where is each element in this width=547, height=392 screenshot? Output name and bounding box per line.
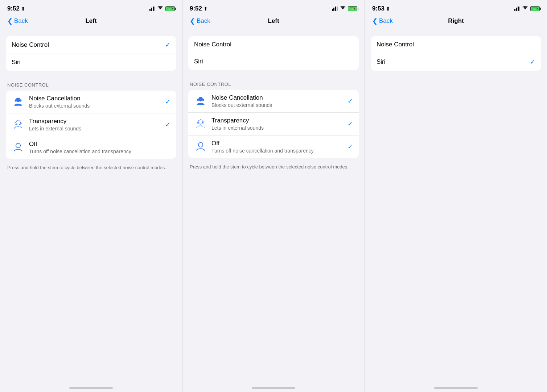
- transparency-icon: [12, 118, 25, 131]
- signal-bars-icon: [149, 7, 156, 11]
- noise-option-title: Transparency: [211, 117, 347, 124]
- battery-icon: ⚡: [348, 6, 357, 11]
- noise-control-group: Noise CancellationBlocks out external so…: [6, 91, 176, 159]
- status-bar: 9:52⬆ ⚡: [0, 0, 182, 14]
- wifi-icon: [340, 5, 346, 12]
- noise-option-text: OffTurns off noise cancellation and tran…: [211, 140, 347, 154]
- noise-option-transparency[interactable]: TransparencyLets in external sounds✓: [6, 113, 176, 136]
- back-label: Back: [379, 17, 393, 25]
- svg-rect-21: [537, 8, 538, 9]
- svg-point-4: [15, 99, 16, 101]
- noise-option-text: Noise CancellationBlocks out external so…: [29, 95, 165, 109]
- noise-option-text: Noise CancellationBlocks out external so…: [211, 94, 347, 108]
- wifi-icon: [522, 5, 528, 12]
- back-label: Back: [14, 17, 28, 25]
- svg-text:⚡: ⚡: [169, 8, 171, 11]
- assign-option-1[interactable]: Siri✓: [371, 53, 541, 71]
- chevron-left-icon: ❮: [190, 17, 195, 25]
- location-icon: ⬆: [203, 6, 207, 12]
- signal-bars-icon: [332, 7, 338, 11]
- battery-icon: ⚡: [530, 6, 540, 11]
- status-icons: ⚡: [332, 5, 358, 12]
- phone-screen-screen2: 9:52⬆ ⚡ ❮BackLeftNoise ControlSiriNOISE …: [182, 0, 365, 392]
- noise-checkmark-icon: ✓: [347, 120, 353, 128]
- location-icon: ⬆: [386, 6, 390, 12]
- noise-checkmark-icon: ✓: [347, 97, 353, 105]
- noise-option-off[interactable]: OffTurns off noise cancellation and tran…: [6, 136, 176, 159]
- assign-option-1[interactable]: Siri: [188, 53, 359, 70]
- status-time: 9:52⬆: [7, 5, 25, 12]
- noise-option-title: Noise Cancellation: [211, 94, 347, 101]
- home-indicator: [0, 380, 182, 392]
- svg-point-5: [20, 99, 21, 101]
- content-area: Noise ControlSiri✓: [365, 29, 547, 380]
- assign-option-label: Siri: [12, 59, 21, 66]
- page-title: Left: [268, 17, 279, 25]
- assign-option-label: Noise Control: [194, 41, 231, 48]
- status-time: 9:53⬆: [372, 5, 390, 12]
- noise-option-nc[interactable]: Noise CancellationBlocks out external so…: [188, 90, 359, 113]
- location-icon: ⬆: [21, 6, 25, 12]
- transparency-icon: [194, 117, 207, 130]
- content-area: Noise Control✓SiriNOISE CONTROL Noise Ca…: [0, 29, 182, 380]
- assign-option-0[interactable]: Noise Control: [371, 36, 541, 53]
- svg-rect-1: [172, 8, 173, 9]
- svg-point-6: [16, 120, 20, 125]
- noise-option-subtitle: Turns off noise cancellation and transpa…: [211, 148, 347, 154]
- battery-icon: ⚡: [165, 6, 175, 11]
- noise-checkmark-icon: ✓: [165, 121, 170, 129]
- noise-option-off[interactable]: OffTurns off noise cancellation and tran…: [188, 135, 359, 158]
- noise-option-text: TransparencyLets in external sounds: [211, 117, 347, 131]
- off-icon: [194, 140, 207, 153]
- home-bar: [252, 387, 295, 389]
- svg-point-9: [16, 143, 20, 147]
- noise-option-subtitle: Turns off noise cancellation and transpa…: [29, 149, 170, 154]
- status-icons: ⚡: [514, 5, 540, 12]
- section-header: NOISE CONTROL: [6, 82, 176, 88]
- status-bar: 9:53⬆ ⚡: [365, 0, 547, 14]
- content-area: Noise ControlSiriNOISE CONTROL Noise Can…: [182, 29, 365, 380]
- noise-control-group: Noise CancellationBlocks out external so…: [188, 90, 359, 158]
- noise-option-nc[interactable]: Noise CancellationBlocks out external so…: [6, 91, 176, 113]
- page-title: Right: [448, 17, 464, 25]
- svg-rect-11: [354, 8, 355, 9]
- assign-option-0[interactable]: Noise Control: [188, 36, 359, 53]
- noise-option-text: OffTurns off noise cancellation and tran…: [29, 141, 170, 154]
- noise-checkmark-icon: ✓: [165, 98, 170, 106]
- noise-option-title: Off: [29, 141, 170, 148]
- back-button[interactable]: ❮Back: [7, 17, 28, 25]
- section-header: NOISE CONTROL: [188, 82, 359, 87]
- assign-options-card: Noise ControlSiri✓: [371, 36, 541, 71]
- phone-screen-screen3: 9:53⬆ ⚡ ❮BackRightNoise ControlSiri✓: [365, 0, 547, 392]
- svg-text:⚡: ⚡: [534, 8, 536, 11]
- wifi-icon: [157, 5, 163, 12]
- assign-option-label: Noise Control: [377, 41, 414, 48]
- svg-point-3: [16, 97, 20, 102]
- page-title: Left: [85, 17, 96, 25]
- noise-option-subtitle: Lets in external sounds: [211, 125, 347, 131]
- phone-screen-screen1: 9:52⬆ ⚡ ❮BackLeftNoise Control✓SiriNOISE…: [0, 0, 182, 392]
- svg-point-19: [198, 142, 203, 147]
- assign-option-1[interactable]: Siri: [6, 54, 176, 71]
- svg-text:⚡: ⚡: [351, 8, 354, 11]
- status-bar: 9:52⬆ ⚡: [182, 0, 365, 14]
- svg-point-15: [202, 99, 204, 101]
- home-indicator: [365, 380, 547, 392]
- noise-option-text: TransparencyLets in external sounds: [29, 118, 165, 132]
- svg-point-16: [198, 120, 203, 124]
- back-button[interactable]: ❮Back: [190, 17, 210, 25]
- checkmark-icon: ✓: [165, 41, 170, 49]
- assign-options-card: Noise ControlSiri: [188, 36, 359, 70]
- noise-option-title: Off: [211, 140, 347, 147]
- svg-point-13: [198, 97, 203, 101]
- nav-bar: ❮BackRight: [365, 14, 547, 29]
- nc-icon: [194, 95, 207, 108]
- noise-option-title: Noise Cancellation: [29, 95, 165, 102]
- assign-option-0[interactable]: Noise Control✓: [6, 36, 176, 54]
- back-button[interactable]: ❮Back: [372, 17, 393, 25]
- home-indicator: [182, 380, 365, 392]
- checkmark-icon: ✓: [530, 58, 535, 66]
- chevron-left-icon: ❮: [372, 17, 378, 25]
- noise-option-transparency[interactable]: TransparencyLets in external sounds✓: [188, 113, 359, 135]
- assign-option-label: Siri: [377, 58, 386, 66]
